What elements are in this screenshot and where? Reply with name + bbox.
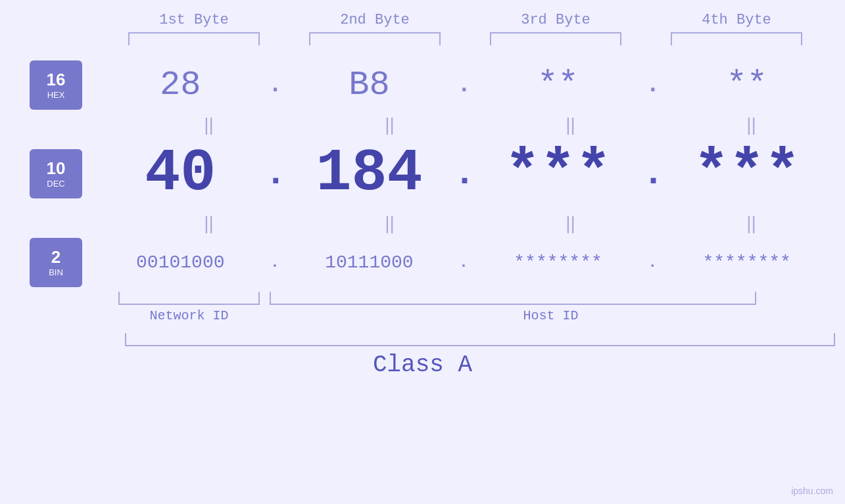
eq-2-3: || [498, 213, 643, 236]
dec-val-1: 40 [108, 140, 253, 207]
byte-header-4: 4th Byte [664, 12, 809, 28]
outer-bracket-row [125, 333, 835, 346]
equals-row-2: || || || || [118, 213, 842, 236]
hex-badge-num: 16 [47, 70, 66, 90]
hex-val-2: B8 [297, 66, 441, 104]
host-bracket [270, 292, 756, 305]
byte-header-2: 2nd Byte [302, 12, 447, 28]
equals-row-1: || || || || [118, 114, 842, 137]
byte-headers: 1st Byte 2nd Byte 3rd Byte 4th Byte [104, 0, 827, 28]
class-label: Class A [373, 352, 472, 378]
eq-1-4: || [679, 114, 824, 137]
dec-badge: 10 DEC [30, 149, 82, 198]
host-id-label: Host ID [260, 308, 842, 323]
bin-dot-3: . [642, 254, 662, 271]
class-label-row: Class A [0, 352, 845, 378]
eq-2-4: || [679, 213, 824, 236]
eq-1-3: || [498, 114, 643, 137]
dec-val-4: *** [675, 140, 819, 207]
footer: ipshu.com [791, 486, 833, 496]
bracket-2 [309, 32, 441, 45]
network-bracket [118, 292, 260, 305]
hex-val-3: ** [486, 66, 631, 104]
hex-dot-3: . [642, 72, 662, 99]
hex-row: 16 HEX 28 . B8 . ** . ** [0, 58, 845, 111]
bin-val-4: ******** [675, 252, 819, 273]
hex-badge: 16 HEX [30, 60, 82, 110]
byte-header-1: 1st Byte [122, 12, 266, 28]
bracket-4 [671, 32, 802, 45]
bin-dot-2: . [454, 254, 473, 271]
eq-1-1: || [137, 114, 281, 137]
dec-dot-3: . [642, 156, 662, 192]
bin-row: 2 BIN 00101000 . 10111000 . ******** . *… [0, 236, 845, 288]
network-id-label: Network ID [118, 308, 260, 323]
hex-dot-2: . [454, 72, 473, 99]
bin-values: 00101000 . 10111000 . ******** . *******… [82, 252, 845, 273]
id-labels: Network ID Host ID [118, 308, 842, 323]
dec-row: 10 DEC 40 . 184 . *** . *** [0, 137, 845, 210]
outer-bracket [125, 333, 835, 346]
dec-badge-label: DEC [47, 179, 64, 189]
eq-2-2: || [318, 213, 462, 236]
eq-2-1: || [137, 213, 281, 236]
bin-val-1: 00101000 [108, 252, 253, 273]
eq-1-2: || [318, 114, 462, 137]
bin-badge: 2 BIN [30, 238, 82, 287]
hex-val-1: 28 [108, 66, 253, 104]
dec-val-2: 184 [297, 140, 441, 207]
byte-header-3: 3rd Byte [483, 12, 628, 28]
main-container: 1st Byte 2nd Byte 3rd Byte 4th Byte 16 H… [0, 0, 845, 504]
dec-badge-num: 10 [47, 158, 66, 179]
hex-values: 28 . B8 . ** . ** [82, 66, 845, 104]
dec-dot-2: . [454, 156, 473, 192]
bin-badge-num: 2 [51, 247, 60, 267]
dec-dot-1: . [265, 156, 285, 192]
bin-dot-1: . [265, 254, 285, 271]
dec-val-3: *** [486, 140, 631, 207]
bin-val-2: 10111000 [297, 252, 441, 273]
hex-badge-label: HEX [47, 90, 65, 100]
hex-dot-1: . [265, 72, 285, 99]
dec-values: 40 . 184 . *** . *** [82, 140, 845, 207]
bracket-1 [128, 32, 260, 45]
bin-badge-label: BIN [49, 267, 63, 277]
hex-val-4: ** [675, 66, 819, 104]
top-brackets [104, 32, 827, 45]
bin-val-3: ******** [486, 252, 631, 273]
bracket-3 [490, 32, 621, 45]
bottom-brackets [118, 292, 842, 305]
